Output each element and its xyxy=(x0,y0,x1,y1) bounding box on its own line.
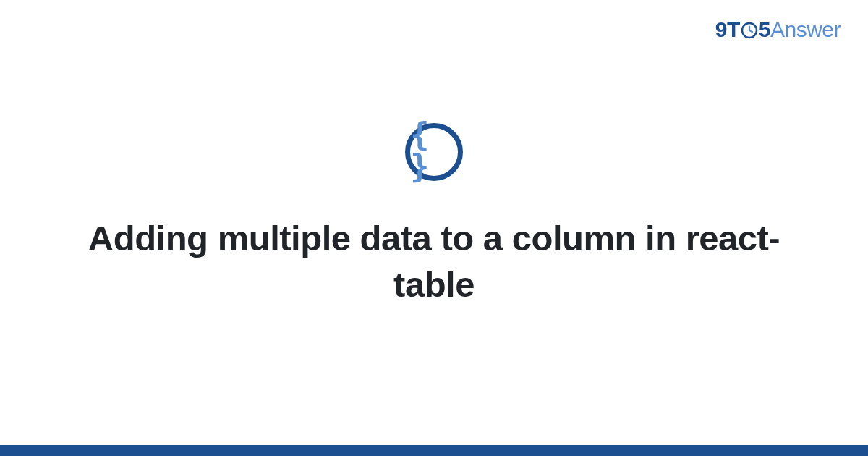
category-icon-circle: { } xyxy=(405,123,463,181)
main-content: { } Adding multiple data to a column in … xyxy=(0,0,868,445)
page-title: Adding multiple data to a column in reac… xyxy=(80,216,788,308)
footer-bar xyxy=(0,445,868,456)
braces-icon: { } xyxy=(410,119,458,182)
